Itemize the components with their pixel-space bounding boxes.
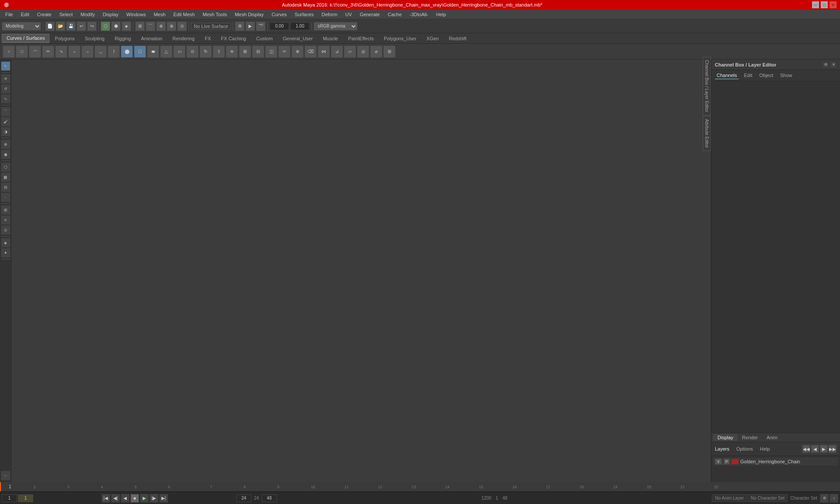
tab-xgen[interactable]: XGen (422, 34, 444, 43)
face-mode-button[interactable]: ▦ (1, 172, 10, 182)
vert-mode-button[interactable]: · (1, 192, 10, 202)
snap-point-button[interactable]: ⊕ (156, 21, 166, 31)
select-obj-button[interactable]: ⬡ (101, 21, 110, 31)
shelf-torus-icon[interactable]: ⊙ (186, 46, 199, 58)
no-live-surface-label[interactable]: No Live Surface (191, 23, 231, 30)
menu-file[interactable]: File (2, 11, 17, 18)
menu-cache[interactable]: Cache (384, 11, 405, 18)
shelf-planar-icon[interactable]: ▱ (344, 46, 356, 58)
shelf-revolve-icon[interactable]: ↻ (200, 46, 212, 58)
menu-deform[interactable]: Deform (318, 11, 341, 18)
shelf-cylinder-icon[interactable]: ⬬ (147, 46, 159, 58)
cb-tab-show[interactable]: Show (778, 72, 794, 79)
shelf-ep-icon[interactable]: ∿ (55, 46, 67, 58)
menu-edit-mesh[interactable]: Edit Mesh (170, 11, 198, 18)
snap-surface-button[interactable]: ⊙ (177, 21, 187, 31)
menu-modify[interactable]: Modify (77, 11, 98, 18)
shelf-plane-icon[interactable]: ▭ (173, 46, 186, 58)
play-back-button[interactable]: ◀ (121, 494, 130, 503)
shelf-lattice-icon[interactable]: ⊞ (383, 46, 396, 58)
sculpt-button[interactable]: ◑ (1, 127, 10, 136)
menu-curves[interactable]: Curves (268, 11, 290, 18)
shelf-extrude-icon[interactable]: ⇧ (213, 46, 225, 58)
shelf-square2-icon[interactable]: ◫ (265, 46, 277, 58)
go-to-end-button[interactable]: ▶| (159, 494, 168, 503)
sound-button[interactable]: ♪ (830, 494, 838, 503)
shelf-trim-icon[interactable]: ✂ (278, 46, 290, 58)
snap-curve-button[interactable]: ⌒ (146, 21, 155, 31)
menu-windows[interactable]: Windows (123, 11, 150, 18)
menu-display[interactable]: Display (99, 11, 122, 18)
tab-rigging[interactable]: Rigging (110, 34, 136, 43)
shelf-circle-icon[interactable]: ○ (3, 46, 15, 58)
shelf-intersect-icon[interactable]: ⋈ (318, 46, 330, 58)
menu-mesh-tools[interactable]: Mesh Tools (199, 11, 230, 18)
display-layer-button[interactable]: ⊞ (1, 205, 10, 215)
play-forward-button[interactable]: ▶ (140, 494, 149, 503)
fx-button[interactable]: ✦ (1, 248, 10, 258)
shelf-arc-icon[interactable]: ◠ (29, 46, 41, 58)
redo-button[interactable]: ↪ (87, 21, 97, 31)
select-hier-button[interactable]: ⬢ (111, 21, 121, 31)
no-character-set-button[interactable]: No Character Set (748, 494, 788, 502)
shelf-sphere-icon[interactable]: ⬤ (121, 46, 133, 58)
layer-visibility-toggle[interactable]: V (715, 458, 722, 465)
nav-first-button[interactable]: ◀◀ (802, 445, 810, 453)
cb-tab-object[interactable]: Object (757, 72, 775, 79)
shelf-square-icon[interactable]: □ (16, 46, 28, 58)
scale-tool-button[interactable]: ⤡ (1, 94, 10, 104)
panel-settings-button[interactable]: ⚙ (822, 62, 829, 68)
tab-polygons[interactable]: Polygons (50, 34, 79, 43)
render-settings-button[interactable]: ⚙ (235, 21, 245, 31)
cb-tab-channels[interactable]: Channels (715, 72, 738, 79)
tab-general-user[interactable]: General_User (278, 34, 317, 43)
tab-polygons-user[interactable]: Polygons_User (379, 34, 421, 43)
shelf-2arc-icon[interactable]: ⌢ (81, 46, 94, 58)
shelf-helical-icon[interactable]: ⌇ (108, 46, 120, 58)
select-comp-button[interactable]: ◈ (122, 21, 131, 31)
shelf-wire-icon[interactable]: ⌀ (370, 46, 382, 58)
color-profile-dropdown[interactable]: sRGB gamma (314, 22, 357, 31)
menu-edit[interactable]: Edit (18, 11, 33, 18)
shelf-untrim-icon[interactable]: ⊕ (291, 46, 304, 58)
menu-uv[interactable]: UV (342, 11, 355, 18)
shelf-loft-icon[interactable]: ≋ (226, 46, 238, 58)
start-frame-input[interactable] (2, 494, 17, 502)
ipr-render-button[interactable]: ▶ (245, 21, 255, 31)
tab-sculpting[interactable]: Sculpting (80, 34, 109, 43)
channel-box-button[interactable]: ≡ (1, 215, 10, 225)
timeline-ruler[interactable]: 1 2 3 4 5 6 7 8 9 10 11 12 13 14 15 16 1… (0, 482, 840, 492)
shelf-3arc-icon[interactable]: ◡ (94, 46, 107, 58)
go-to-start-button[interactable]: |◀ (102, 494, 110, 503)
tab-curves-surfaces[interactable]: Curves / Surfaces (2, 34, 49, 43)
shelf-display-icon[interactable]: ◎ (357, 46, 369, 58)
tab-fx[interactable]: FX (200, 34, 216, 43)
layer-item[interactable]: V P Golden_Herringbone_Chain (713, 458, 838, 466)
menu-3dtoall[interactable]: -3DtoAll- (406, 11, 432, 18)
collapse-button[interactable]: − (1, 471, 10, 480)
nav-next-button[interactable]: ▶ (820, 445, 828, 453)
edge-mode-button[interactable]: ⊟ (1, 182, 10, 192)
input-value1[interactable] (270, 22, 289, 30)
menu-help[interactable]: Help (433, 11, 450, 18)
dsub-tab-help[interactable]: Help (758, 445, 772, 452)
layer-playback-toggle[interactable]: P (724, 458, 730, 465)
menu-mesh-display[interactable]: Mesh Display (231, 11, 267, 18)
soft-select-button[interactable]: ◉ (1, 150, 10, 159)
tab-rendering[interactable]: Rendering (168, 34, 200, 43)
menu-select[interactable]: Select (56, 11, 77, 18)
shelf-cone-icon[interactable]: △ (160, 46, 172, 58)
current-frame-input[interactable] (18, 494, 33, 502)
new-scene-button[interactable]: 📄 (45, 21, 55, 31)
menu-generate[interactable]: Generate (356, 11, 383, 18)
rendering-button[interactable]: ◈ (1, 238, 10, 248)
input-value2[interactable] (290, 22, 310, 30)
display-tab-render[interactable]: Render (738, 434, 762, 441)
render-button[interactable]: 🎬 (256, 21, 266, 31)
tab-redshift[interactable]: Redshift (444, 34, 471, 43)
end-frame-input[interactable] (236, 494, 252, 502)
step-back-button[interactable]: ◀| (111, 494, 120, 503)
shelf-bezier-icon[interactable]: ⌣ (68, 46, 80, 58)
minimize-button[interactable]: ─ (812, 1, 819, 8)
component-mode-button[interactable]: ⬡ (1, 162, 10, 172)
